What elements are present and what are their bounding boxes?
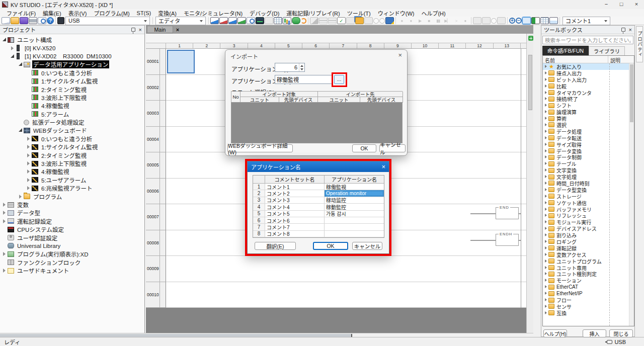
cascade-icon[interactable] <box>482 17 491 24</box>
expand-arrow-icon[interactable] <box>544 188 548 192</box>
check-program-icon[interactable]: ✓ <box>337 17 346 24</box>
tree-item[interactable]: 5:アラーム <box>0 110 144 118</box>
window-split-icon[interactable] <box>549 17 558 24</box>
expand-arrow-icon[interactable] <box>544 226 548 231</box>
expand-arrow-icon[interactable] <box>10 54 15 59</box>
layers-icon[interactable] <box>355 17 364 24</box>
menu-item[interactable]: プログラム(M) <box>90 9 133 17</box>
menu-item[interactable]: 編集(E) <box>39 9 65 17</box>
add-rung-icon[interactable] <box>528 36 533 41</box>
menu-item[interactable]: 表示(V) <box>65 9 91 17</box>
close-icon[interactable]: × <box>629 27 632 32</box>
monitor-icon[interactable] <box>256 17 264 24</box>
ok-button[interactable]: OK <box>352 144 376 152</box>
tree-item[interactable]: 拡張データ処理設定 <box>0 118 144 126</box>
expand-arrow-icon[interactable] <box>26 136 31 141</box>
tab-close-icon[interactable]: × <box>173 27 182 33</box>
expand-arrow-icon[interactable] <box>26 144 31 149</box>
record-pause-icon[interactable]: ● <box>407 17 415 24</box>
column-description[interactable]: 説明 <box>608 56 634 63</box>
box-select-icon[interactable] <box>346 17 355 24</box>
tree-item[interactable]: 4:稼働監視 <box>0 102 144 110</box>
app-name-cell[interactable]: 稼働監視 <box>325 184 384 190</box>
expand-arrow-icon[interactable] <box>2 202 7 207</box>
new-file-icon[interactable] <box>2 17 10 24</box>
menu-item[interactable]: モニタ/シミュレータ(N) <box>180 9 246 17</box>
window-icon[interactable] <box>473 17 481 24</box>
expand-arrow-icon[interactable] <box>544 136 548 140</box>
expand-arrow-icon[interactable] <box>544 103 548 108</box>
expand-arrow-icon[interactable] <box>544 246 548 250</box>
expand-arrow-icon[interactable] <box>544 278 548 283</box>
step-over-icon[interactable]: > <box>452 17 460 24</box>
cancel-button[interactable]: キャンセル <box>352 242 382 250</box>
expand-arrow-icon[interactable] <box>2 227 7 232</box>
expand-arrow-icon[interactable] <box>544 77 548 82</box>
help-button[interactable]: ヘルプ(H) <box>543 329 567 337</box>
expand-arrow-icon[interactable] <box>2 235 7 240</box>
expand-arrow-icon[interactable] <box>2 243 7 248</box>
expand-arrow-icon[interactable] <box>2 251 7 256</box>
expand-arrow-icon[interactable] <box>2 219 7 224</box>
toolbox-category-row[interactable]: 互換 <box>543 310 634 316</box>
device-database-icon[interactable] <box>292 17 300 24</box>
menu-item[interactable]: 運転記録/リプレイ(R) <box>283 9 343 17</box>
minimize-button[interactable]: − <box>599 0 614 9</box>
rung-body[interactable] <box>166 282 526 308</box>
column-name[interactable]: 名前 <box>543 56 608 63</box>
expand-arrow-icon[interactable] <box>544 64 548 69</box>
tab-main[interactable]: Main <box>147 26 173 33</box>
pause-icon[interactable]: ▮▮ <box>434 17 442 24</box>
registration-monitor-icon[interactable] <box>274 17 282 24</box>
expand-arrow-icon[interactable] <box>544 233 548 237</box>
expand-arrow-icon[interactable] <box>544 266 548 270</box>
expand-arrow-icon[interactable] <box>544 175 548 179</box>
tree-item[interactable]: 0:いつもと違う分析 <box>0 135 144 143</box>
transl-button[interactable]: 翻訳(E) <box>255 242 296 250</box>
vertical-scrollbar[interactable] <box>629 63 634 326</box>
expand-arrow-icon[interactable] <box>26 87 31 92</box>
tree-item[interactable]: 1:サイクルタイム監視 <box>0 77 144 85</box>
list-view-icon[interactable] <box>319 17 328 24</box>
expand-arrow-icon[interactable] <box>2 268 7 273</box>
simulator-icon[interactable] <box>265 17 273 24</box>
close-icon[interactable]: × <box>398 51 402 59</box>
mode-dropdown[interactable]: エディタ <box>155 17 206 25</box>
expand-arrow-icon[interactable] <box>544 311 548 315</box>
fit-width-icon[interactable] <box>522 17 531 24</box>
scrollbar-thumb[interactable] <box>528 55 532 110</box>
pin-icon[interactable] <box>621 28 625 32</box>
tree-item[interactable]: 1:サイクルタイム監視 <box>0 143 144 151</box>
expand-arrow-icon[interactable] <box>26 178 31 183</box>
expand-arrow-icon[interactable] <box>544 129 548 134</box>
refresh-icon[interactable] <box>301 18 306 24</box>
endh-instruction-block[interactable]: ENDH <box>470 234 521 246</box>
maximize-button[interactable]: □ <box>614 0 629 9</box>
expand-arrow-icon[interactable] <box>544 91 548 95</box>
expand-arrow-icon[interactable] <box>544 71 548 75</box>
expand-arrow-icon[interactable] <box>544 239 548 244</box>
insert-button[interactable]: 挿入 <box>583 329 606 337</box>
tree-item[interactable]: ユニット構成 <box>0 36 144 44</box>
tree-item[interactable]: [1] KV-XD02 R33000 DM10300 <box>0 52 144 60</box>
expand-arrow-icon[interactable] <box>544 304 548 309</box>
close-icon[interactable]: × <box>381 163 385 170</box>
expand-arrow-icon[interactable] <box>544 84 548 89</box>
expand-arrow-icon[interactable] <box>2 260 7 265</box>
menu-item[interactable]: ヘルプ(H) <box>418 9 449 17</box>
expand-arrow-icon[interactable] <box>544 149 548 153</box>
app-name-cell[interactable] <box>325 217 384 223</box>
expand-arrow-icon[interactable] <box>26 70 31 75</box>
ladder-row[interactable]: 00010 <box>146 282 526 308</box>
help-icon[interactable]: ? <box>47 17 54 24</box>
comment-set-cell[interactable]: コメント8 <box>265 231 325 237</box>
app-name-cell[interactable]: 가동 감시 <box>325 211 384 217</box>
marker-icon[interactable]: ● <box>461 17 469 24</box>
tree-item[interactable]: 3:波形上下限監視 <box>0 94 144 102</box>
tree-item[interactable]: CPUシステム設定 <box>0 225 144 233</box>
close-icon[interactable]: × <box>139 27 142 32</box>
expand-arrow-icon[interactable] <box>18 62 23 67</box>
tree-item[interactable]: 6:兆候監視アラート <box>0 184 144 192</box>
horizontal-scrollbar[interactable] <box>0 333 533 337</box>
screen-capture-icon[interactable] <box>497 17 506 24</box>
